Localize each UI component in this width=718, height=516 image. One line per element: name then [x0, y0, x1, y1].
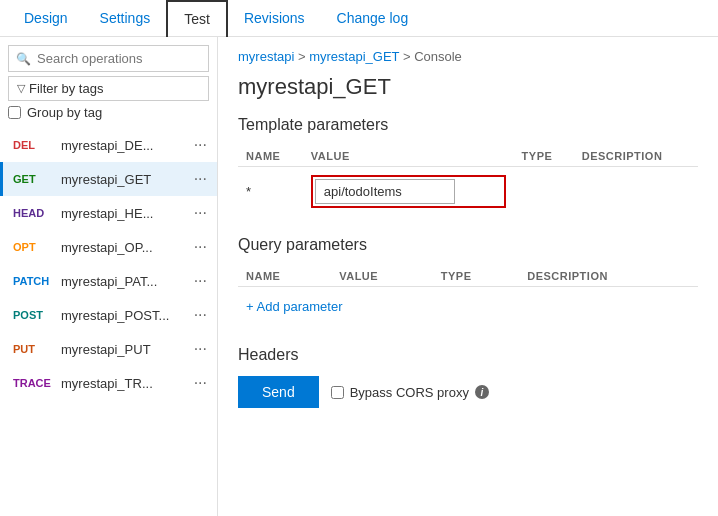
- group-by-label: Group by tag: [27, 105, 102, 120]
- info-icon[interactable]: i: [475, 385, 489, 399]
- search-container: 🔍: [8, 45, 209, 72]
- api-name: myrestapi_PUT: [61, 342, 184, 357]
- group-by-tag[interactable]: Group by tag: [8, 105, 209, 120]
- col-description: DESCRIPTION: [574, 146, 698, 167]
- col-value: VALUE: [331, 266, 433, 287]
- method-badge-trace: TRACE: [13, 377, 53, 389]
- top-nav: Design Settings Test Revisions Change lo…: [0, 0, 718, 37]
- more-options-button[interactable]: ···: [192, 306, 209, 324]
- col-name: NAME: [238, 266, 331, 287]
- content-area: myrestapi > myrestapi_GET > Console myre…: [218, 37, 718, 516]
- filter-icon: ▽: [17, 82, 25, 95]
- send-button[interactable]: Send: [238, 376, 319, 408]
- add-parameter-button[interactable]: + Add parameter: [246, 295, 690, 318]
- tab-test[interactable]: Test: [166, 0, 228, 37]
- api-name: myrestapi_OP...: [61, 240, 184, 255]
- api-name: myrestapi_DE...: [61, 138, 184, 153]
- more-options-button[interactable]: ···: [192, 340, 209, 358]
- method-badge-put: PUT: [13, 343, 53, 355]
- api-list: DEL myrestapi_DE... ··· GET myrestapi_GE…: [0, 128, 217, 516]
- list-item[interactable]: POST myrestapi_POST... ···: [0, 298, 217, 332]
- breadcrumb-api-link[interactable]: myrestapi: [238, 49, 294, 64]
- col-description: DESCRIPTION: [519, 266, 698, 287]
- breadcrumb-current: Console: [414, 49, 462, 64]
- method-badge-del: DEL: [13, 139, 53, 151]
- query-params-title: Query parameters: [238, 236, 698, 254]
- value-highlight-box: [311, 175, 506, 208]
- breadcrumb-separator: >: [403, 49, 414, 64]
- breadcrumb: myrestapi > myrestapi_GET > Console: [238, 49, 698, 64]
- tab-revisions[interactable]: Revisions: [228, 0, 321, 37]
- tab-changelog[interactable]: Change log: [321, 0, 425, 37]
- list-item[interactable]: HEAD myrestapi_HE... ···: [0, 196, 217, 230]
- api-name: myrestapi_POST...: [61, 308, 184, 323]
- list-item[interactable]: PUT myrestapi_PUT ···: [0, 332, 217, 366]
- main-layout: 🔍 ▽ Filter by tags Group by tag DEL myre…: [0, 37, 718, 516]
- col-name: NAME: [238, 146, 303, 167]
- list-item[interactable]: TRACE myrestapi_TR... ···: [0, 366, 217, 400]
- more-options-button[interactable]: ···: [192, 136, 209, 154]
- param-description: [574, 167, 698, 217]
- more-options-button[interactable]: ···: [192, 238, 209, 256]
- bypass-cors-checkbox[interactable]: [331, 386, 344, 399]
- more-options-button[interactable]: ···: [192, 374, 209, 392]
- more-options-button[interactable]: ···: [192, 204, 209, 222]
- list-item[interactable]: DEL myrestapi_DE... ···: [0, 128, 217, 162]
- filter-label: Filter by tags: [29, 81, 103, 96]
- api-name: myrestapi_TR...: [61, 376, 184, 391]
- param-name: *: [238, 167, 303, 217]
- list-item[interactable]: OPT myrestapi_OP... ···: [0, 230, 217, 264]
- search-icon: 🔍: [16, 52, 31, 66]
- query-params-table: NAME VALUE TYPE DESCRIPTION + Add parame…: [238, 266, 698, 326]
- api-name: myrestapi_GET: [61, 172, 184, 187]
- tab-settings[interactable]: Settings: [84, 0, 167, 37]
- param-value-cell: [303, 167, 514, 217]
- bypass-cors-label[interactable]: Bypass CORS proxy i: [331, 385, 489, 400]
- list-item-active[interactable]: GET myrestapi_GET ···: [0, 162, 217, 196]
- sidebar: 🔍 ▽ Filter by tags Group by tag DEL myre…: [0, 37, 218, 516]
- more-options-button[interactable]: ···: [192, 170, 209, 188]
- template-params-title: Template parameters: [238, 116, 698, 134]
- more-options-button[interactable]: ···: [192, 272, 209, 290]
- bypass-cors-text: Bypass CORS proxy: [350, 385, 469, 400]
- api-name: myrestapi_HE...: [61, 206, 184, 221]
- headers-title: Headers: [238, 346, 698, 364]
- search-input[interactable]: [8, 45, 209, 72]
- param-type: [514, 167, 574, 217]
- api-name: myrestapi_PAT...: [61, 274, 184, 289]
- method-badge-opt: OPT: [13, 241, 53, 253]
- template-params-table: NAME VALUE TYPE DESCRIPTION *: [238, 146, 698, 216]
- table-row: *: [238, 167, 698, 217]
- col-type: TYPE: [433, 266, 519, 287]
- filter-by-tags[interactable]: ▽ Filter by tags: [8, 76, 209, 101]
- add-param-cell: + Add parameter: [238, 287, 698, 327]
- list-item[interactable]: PATCH myrestapi_PAT... ···: [0, 264, 217, 298]
- col-value: VALUE: [303, 146, 514, 167]
- method-badge-get: GET: [13, 173, 53, 185]
- breadcrumb-separator: >: [298, 49, 309, 64]
- group-by-checkbox[interactable]: [8, 106, 21, 119]
- method-badge-patch: PATCH: [13, 275, 53, 287]
- page-title: myrestapi_GET: [238, 74, 698, 100]
- method-badge-post: POST: [13, 309, 53, 321]
- table-row: + Add parameter: [238, 287, 698, 327]
- tab-design[interactable]: Design: [8, 0, 84, 37]
- send-row: Send Bypass CORS proxy i: [238, 376, 698, 408]
- method-badge-head: HEAD: [13, 207, 53, 219]
- breadcrumb-operation-link[interactable]: myrestapi_GET: [309, 49, 399, 64]
- col-type: TYPE: [514, 146, 574, 167]
- param-value-input[interactable]: [315, 179, 455, 204]
